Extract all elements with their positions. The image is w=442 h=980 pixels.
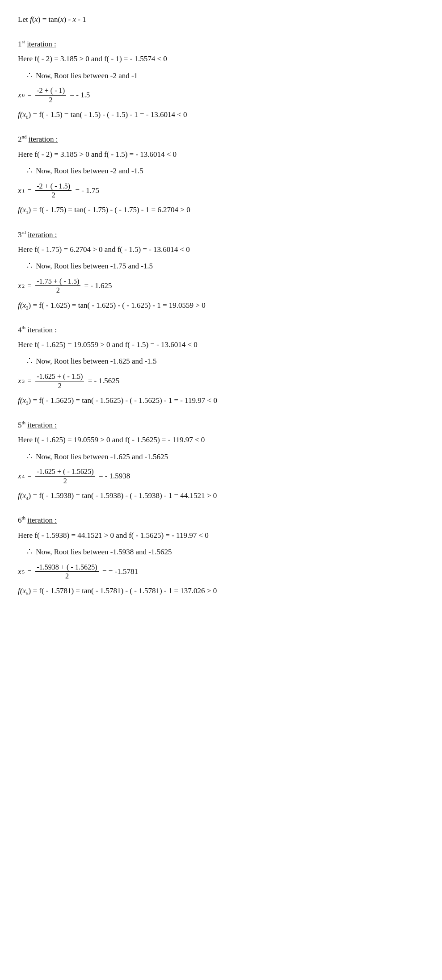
intro-fx: f xyxy=(30,15,32,24)
x-val-3: = - 1.5625 xyxy=(86,373,119,389)
iteration-4-therefore: ∴ Now, Root lies between -1.625 and -1.5 xyxy=(18,354,424,368)
fx-label-3: f(x xyxy=(18,396,26,405)
equals-2: = xyxy=(25,278,34,293)
fx-label-1: f(x xyxy=(18,205,26,214)
iteration-5-x-formula: x4 = -1.625 + ( - 1.5625) 2 = - 1.5938 xyxy=(18,467,424,485)
iteration-4-fx: f(x3) = f( - 1.5625) = tan( - 1.5625) - … xyxy=(18,394,424,406)
equals-0: = xyxy=(25,88,34,103)
therefore-symbol: ∴ xyxy=(27,261,32,270)
fx-label-4: f(x xyxy=(18,491,26,500)
iteration-6-fx: f(x5) = f( - 1.5781) = tan( - 1.5781) - … xyxy=(18,585,424,597)
iteration-1-therefore: ∴ Now, Root lies between -2 and -1 xyxy=(18,69,424,82)
numerator-3: -1.625 + ( - 1.5) xyxy=(35,372,84,381)
x-var-3: x xyxy=(18,373,21,389)
iteration-2-x-formula: x1 = -2 + ( - 1.5) 2 = - 1.75 xyxy=(18,182,424,200)
iteration-3-section: 3rd iteration :Here f( - 1.75) = 6.2704 … xyxy=(18,229,424,311)
equals-5: = xyxy=(25,564,34,579)
iteration-4-section: 4th iteration :Here f( - 1.625) = 19.055… xyxy=(18,324,424,406)
x-var-4: x xyxy=(18,469,21,484)
fraction-2: -1.75 + ( - 1.5) 2 xyxy=(35,277,80,295)
numerator-2: -1.75 + ( - 1.5) xyxy=(35,277,80,286)
denominator-5: 2 xyxy=(64,572,70,580)
iteration-6-title: 6th iteration : xyxy=(18,514,424,526)
denominator-4: 2 xyxy=(62,477,68,485)
intro-text: Let f(x) = tan(x) - x - 1 xyxy=(18,13,424,25)
iteration-2-fx: f(x1) = f( - 1.75) = tan( - 1.75) - ( - … xyxy=(18,204,424,216)
x-var-2: x xyxy=(18,278,21,293)
fx-mid-1: ) = f( - 1.75) = tan( - 1.75) - ( - 1.75… xyxy=(28,205,190,214)
iteration-5-fx: f(x4) = f( - 1.5938) = tan( - 1.5938) - … xyxy=(18,490,424,502)
iteration-2-therefore: ∴ Now, Root lies between -2 and -1.5 xyxy=(18,164,424,177)
denominator-0: 2 xyxy=(48,96,54,104)
x-val-4: = - 1.5938 xyxy=(97,469,130,484)
iteration-1-title: 1st iteration : xyxy=(18,38,424,50)
denominator-1: 2 xyxy=(51,191,57,199)
iteration-2-here: Here f( - 2) = 3.185 > 0 and f( - 1.5) =… xyxy=(18,148,424,160)
therefore-symbol: ∴ xyxy=(27,452,32,461)
x-val-2: = - 1.625 xyxy=(82,278,112,293)
fraction-5: -1.5938 + ( - 1.5625) 2 xyxy=(35,563,99,581)
x-val-5: = = -1.5781 xyxy=(101,564,138,579)
iteration-2-section: 2nd iteration :Here f( - 2) = 3.185 > 0 … xyxy=(18,133,424,216)
therefore-symbol: ∴ xyxy=(27,71,32,80)
fx-mid-3: ) = f( - 1.5625) = tan( - 1.5625) - ( - … xyxy=(28,396,217,405)
iteration-3-x-formula: x2 = -1.75 + ( - 1.5) 2 = - 1.625 xyxy=(18,277,424,295)
iteration-3-fx: f(x2) = f( - 1.625) = tan( - 1.625) - ( … xyxy=(18,299,424,311)
iteration-3-therefore: ∴ Now, Root lies between -1.75 and -1.5 xyxy=(18,259,424,272)
fraction-1: -2 + ( - 1.5) 2 xyxy=(35,182,72,200)
fx-label-5: f(x xyxy=(18,586,26,595)
therefore-symbol: ∴ xyxy=(27,166,32,175)
fraction-4: -1.625 + ( - 1.5625) 2 xyxy=(35,467,95,485)
fraction-3: -1.625 + ( - 1.5) 2 xyxy=(35,372,84,390)
x-var-5: x xyxy=(18,564,21,579)
fx-label-2: f(x xyxy=(18,301,26,310)
fx-mid-2: ) = f( - 1.625) = tan( - 1.625) - ( - 1.… xyxy=(28,301,205,310)
therefore-symbol: ∴ xyxy=(27,547,32,556)
numerator-1: -2 + ( - 1.5) xyxy=(35,182,72,191)
denominator-2: 2 xyxy=(55,286,61,294)
fraction-0: -2 + ( - 1) 2 xyxy=(35,86,66,104)
iteration-6-therefore: ∴ Now, Root lies between -1.5938 and -1.… xyxy=(18,545,424,558)
iteration-1-fx: f(x0) = f( - 1.5) = tan( - 1.5) - ( - 1.… xyxy=(18,109,424,121)
iteration-5-title: 5th iteration : xyxy=(18,419,424,431)
intro-section: Let f(x) = tan(x) - x - 1 xyxy=(18,13,424,25)
equals-1: = xyxy=(25,183,34,198)
iteration-1-x-formula: x0 = -2 + ( - 1) 2 = - 1.5 xyxy=(18,86,424,104)
iteration-6-x-formula: x5 = -1.5938 + ( - 1.5625) 2 = = -1.5781 xyxy=(18,563,424,581)
iteration-5-here: Here f( - 1.625) = 19.0559 > 0 and f( - … xyxy=(18,434,424,446)
x-var-0: x xyxy=(18,88,21,103)
numerator-4: -1.625 + ( - 1.5625) xyxy=(35,467,95,476)
iteration-6-here: Here f( - 1.5938) = 44.1521 > 0 and f( -… xyxy=(18,529,424,541)
x-val-1: = - 1.75 xyxy=(73,183,99,198)
fx-mid-0: ) = f( - 1.5) = tan( - 1.5) - ( - 1.5) -… xyxy=(28,110,187,119)
equals-4: = xyxy=(25,469,34,484)
fx-mid-5: ) = f( - 1.5781) = tan( - 1.5781) - ( - … xyxy=(28,586,217,595)
iteration-2-title: 2nd iteration : xyxy=(18,133,424,145)
therefore-symbol: ∴ xyxy=(27,356,32,365)
fx-mid-4: ) = f( - 1.5938) = tan( - 1.5938) - ( - … xyxy=(28,491,217,500)
equals-3: = xyxy=(25,373,34,389)
denominator-3: 2 xyxy=(57,381,63,390)
x-val-0: = - 1.5 xyxy=(68,88,90,103)
iteration-4-title: 4th iteration : xyxy=(18,324,424,336)
iterations-container: 1st iteration :Here f( - 2) = 3.185 > 0 … xyxy=(18,38,424,597)
iteration-5-therefore: ∴ Now, Root lies between -1.625 and -1.5… xyxy=(18,450,424,463)
fx-label-0: f(x xyxy=(18,110,26,119)
iteration-3-title: 3rd iteration : xyxy=(18,229,424,241)
numerator-0: -2 + ( - 1) xyxy=(35,86,66,95)
iteration-4-x-formula: x3 = -1.625 + ( - 1.5) 2 = - 1.5625 xyxy=(18,372,424,390)
iteration-1-section: 1st iteration :Here f( - 2) = 3.185 > 0 … xyxy=(18,38,424,121)
iteration-4-here: Here f( - 1.625) = 19.0559 > 0 and f( - … xyxy=(18,339,424,351)
iteration-5-section: 5th iteration :Here f( - 1.625) = 19.055… xyxy=(18,419,424,502)
iteration-1-here: Here f( - 2) = 3.185 > 0 and f( - 1) = -… xyxy=(18,53,424,65)
iteration-3-here: Here f( - 1.75) = 6.2704 > 0 and f( - 1.… xyxy=(18,243,424,255)
x-var-1: x xyxy=(18,183,21,198)
numerator-5: -1.5938 + ( - 1.5625) xyxy=(35,563,99,572)
iteration-6-section: 6th iteration :Here f( - 1.5938) = 44.15… xyxy=(18,514,424,597)
